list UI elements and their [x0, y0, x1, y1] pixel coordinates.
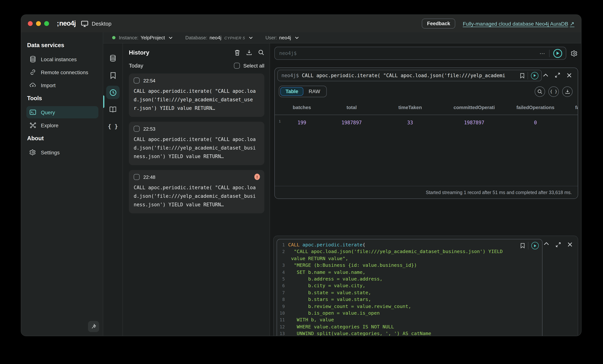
editor-line: 5 b.address = value.address, — [279, 276, 542, 283]
aura-db-link[interactable]: Fully-managed cloud database Neo4j AuraD… — [463, 20, 574, 27]
clock-icon — [109, 89, 117, 96]
cell-value: 33 — [380, 115, 441, 125]
column-header: timeTaken — [380, 102, 441, 115]
search-history-button[interactable] — [258, 49, 264, 56]
column-header: batches — [280, 102, 324, 115]
connection-toolbar: Instance: YelpProject Database: neo4j CY… — [103, 32, 581, 43]
save-bookmark-button[interactable] — [520, 73, 525, 79]
run-editor-query-button[interactable] — [531, 242, 539, 249]
sidebar-item-label: Remote connections — [41, 69, 88, 75]
history-item[interactable]: 22:53CALL apoc.periodic.iterate( "CALL a… — [129, 122, 264, 165]
history-item-time: 22:53 — [143, 126, 155, 132]
cell-value: 1987897 — [441, 115, 508, 125]
collapse-frame-button[interactable] — [544, 242, 549, 248]
cloud-download-icon — [29, 82, 36, 89]
query-tool-rail: { } — [103, 43, 123, 336]
terminal-icon — [29, 109, 36, 116]
line-number: 9 — [279, 303, 288, 310]
download-history-button[interactable] — [246, 49, 252, 56]
sidebar-item-remote-connections[interactable]: Remote connections — [26, 66, 98, 78]
chevron-down-icon — [249, 36, 253, 39]
section-about: About — [27, 135, 98, 142]
line-number: 2 — [279, 249, 288, 255]
bookmark-icon — [110, 72, 116, 79]
neo4j-logo: ;neo4j — [57, 20, 76, 27]
close-frame-button[interactable] — [567, 73, 572, 78]
select-all-checkbox[interactable] — [234, 63, 240, 69]
more-options-icon[interactable]: ⋯ — [540, 50, 545, 57]
cell-value: 0 — [563, 115, 578, 125]
select-all-control[interactable]: Select all — [234, 63, 264, 69]
rerun-query-button[interactable] — [531, 72, 538, 79]
history-item[interactable]: 22:48CALL apoc.periodic.iterate( "CALL a… — [129, 170, 264, 213]
history-item-checkbox[interactable] — [134, 126, 139, 132]
section-tools: Tools — [27, 95, 98, 102]
minimize-window-button[interactable] — [36, 21, 41, 26]
instance-value: YelpProject — [141, 35, 165, 40]
history-item-checkbox[interactable] — [134, 78, 139, 83]
save-bookmark-button[interactable] — [520, 243, 525, 249]
database-label: Database: — [185, 35, 207, 40]
rail-history-button[interactable] — [106, 86, 120, 99]
history-item-checkbox[interactable] — [134, 174, 139, 180]
cypher-version-badge: CYPHER 5 — [224, 35, 245, 40]
zoom-window-button[interactable] — [44, 21, 49, 26]
close-window-button[interactable] — [28, 21, 33, 26]
editor-line: 13 UNWIND split(value.categories, ', ') … — [279, 330, 542, 336]
rail-parameters-button[interactable]: { } — [106, 120, 120, 133]
sidebar-item-local-instances[interactable]: Local instances — [26, 53, 98, 65]
editor-line: 12 WHERE value.categories IS NOT NULL — [279, 324, 542, 330]
divider — [549, 49, 550, 57]
result-frame: neo4j$ CALL apoc.periodic.iterate( "CALL… — [274, 68, 578, 199]
rail-docs-button[interactable] — [106, 103, 120, 116]
book-open-icon — [109, 106, 116, 113]
history-item-time: 22:48 — [143, 174, 155, 180]
line-number: 7 — [279, 289, 288, 296]
sidebar-item-query[interactable]: Query — [26, 106, 98, 118]
prompt-prefix: neo4j$ — [281, 73, 299, 78]
section-data-services: Data services — [27, 42, 98, 49]
user-label: User: — [266, 35, 277, 40]
collapse-frame-button[interactable] — [543, 73, 548, 77]
instance-selector[interactable]: Instance: YelpProject — [112, 35, 173, 40]
rail-bookmarks-button[interactable] — [106, 69, 120, 82]
tab-raw[interactable]: RAW — [303, 87, 325, 96]
run-query-button[interactable] — [553, 49, 562, 58]
history-item-query: CALL apoc.periodic.iterate( "CALL apoc.l… — [134, 87, 256, 113]
view-parameters-button[interactable]: { } — [548, 86, 559, 97]
rail-database-button[interactable] — [106, 52, 120, 65]
divider — [528, 242, 528, 249]
delete-history-button[interactable] — [234, 49, 240, 56]
expand-frame-button[interactable] — [556, 242, 561, 248]
result-view-tabs: Table RAW — [279, 86, 327, 97]
feedback-button[interactable]: Feedback — [422, 19, 455, 29]
gear-icon — [29, 149, 36, 156]
error-badge: ! — [254, 174, 260, 180]
history-item-query: CALL apoc.periodic.iterate( "CALL apoc.l… — [134, 135, 256, 161]
command-placeholder: neo4j$ — [279, 50, 297, 56]
stream-status-text: Started streaming 1 record after 51 ms a… — [426, 190, 572, 195]
close-frame-button[interactable] — [567, 242, 573, 248]
user-value: neo4j — [279, 35, 291, 40]
sidebar-item-label: Explore — [41, 122, 58, 128]
editor-line: 6 b.city = value.city, — [279, 283, 542, 289]
sidebar-item-explore[interactable]: Explore — [26, 119, 98, 131]
tab-table[interactable]: Table — [280, 87, 303, 96]
database-selector[interactable]: Database: neo4j CYPHER 5 — [185, 35, 253, 40]
line-number: 11 — [279, 317, 288, 324]
history-group-label: Today — [129, 63, 143, 69]
history-item[interactable]: 22:54CALL apoc.periodic.iterate( "CALL a… — [129, 73, 264, 117]
search-results-button[interactable] — [535, 86, 545, 97]
result-query-header[interactable]: neo4j$ CALL apoc.periodic.iterate( "CALL… — [277, 70, 542, 81]
cypher-editor[interactable]: 1CALL apoc.periodic.iterate(2 "CALL apoc… — [277, 239, 543, 336]
sidebar-item-settings[interactable]: Settings — [26, 146, 98, 159]
download-results-button[interactable] — [562, 86, 573, 97]
expand-frame-button[interactable] — [555, 72, 560, 78]
sidebar-item-import[interactable]: Import — [26, 79, 98, 91]
sidebar-item-label: Settings — [41, 149, 60, 155]
command-input[interactable]: neo4j$ ⋯ — [274, 47, 566, 60]
user-selector[interactable]: User: neo4j — [266, 35, 299, 40]
pin-sidebar-button[interactable] — [88, 321, 99, 332]
query-main-area: neo4j$ ⋯ — [270, 43, 581, 336]
query-settings-button[interactable] — [571, 49, 578, 57]
